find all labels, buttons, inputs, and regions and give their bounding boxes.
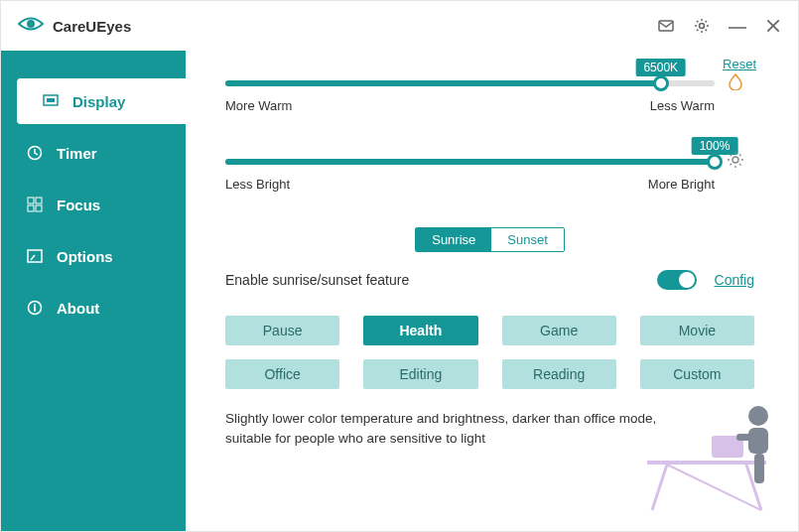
svg-point-18: [748, 406, 768, 426]
sunrise-sunset-segmented: Sunrise Sunset: [225, 227, 754, 252]
display-icon: [43, 93, 59, 109]
enable-feature-row: Enable sunrise/sunset feature Config: [225, 270, 754, 290]
enable-toggle[interactable]: [657, 270, 697, 290]
sidebar-item-display[interactable]: Display: [17, 78, 186, 124]
enable-label: Enable sunrise/sunset feature: [225, 272, 409, 288]
svg-point-0: [27, 20, 35, 28]
slider-thumb[interactable]: [707, 154, 723, 170]
mode-movie[interactable]: Movie: [640, 316, 754, 345]
app-window: CareUEyes Display Timer Focus: [0, 0, 799, 532]
gear-icon[interactable]: [693, 17, 711, 35]
svg-rect-9: [36, 205, 42, 211]
info-icon: [27, 300, 43, 316]
eye-icon: [17, 15, 45, 37]
sidebar-item-label: Options: [57, 248, 113, 265]
close-button[interactable]: [764, 17, 782, 35]
mode-pause[interactable]: Pause: [225, 316, 339, 345]
temp-value-badge: 6500K: [635, 59, 686, 76]
sidebar-item-label: Focus: [57, 197, 100, 213]
color-temp-block: Reset 6500K More Warm Less Warm: [225, 80, 754, 113]
mail-icon[interactable]: [657, 17, 675, 35]
svg-line-16: [667, 465, 761, 510]
temp-left-label: More Warm: [225, 98, 292, 113]
bright-right-label: More Bright: [648, 177, 715, 192]
sidebar-item-about[interactable]: About: [1, 285, 186, 331]
svg-rect-17: [712, 436, 743, 458]
svg-rect-13: [647, 461, 766, 465]
sidebar-item-focus[interactable]: Focus: [1, 182, 186, 227]
brightness-icon: [727, 151, 744, 173]
svg-rect-6: [28, 198, 34, 203]
reset-link[interactable]: Reset: [723, 57, 756, 71]
sunset-tab[interactable]: Sunset: [491, 228, 563, 251]
grid-icon: [27, 197, 43, 212]
sidebar-item-label: Display: [72, 93, 125, 110]
mode-custom[interactable]: Custom: [640, 359, 754, 389]
mode-reading[interactable]: Reading: [502, 359, 616, 389]
brightness-block: 100% Less Bright More Bright: [225, 159, 754, 192]
mode-editing[interactable]: Editing: [363, 359, 477, 389]
mode-office[interactable]: Office: [225, 359, 339, 389]
mode-description: Slightly lower color temperature and bri…: [225, 409, 692, 450]
mode-grid: PauseHealthGameMovieOfficeEditingReading…: [225, 316, 754, 389]
mode-health[interactable]: Health: [363, 316, 477, 345]
color-temp-slider[interactable]: [225, 80, 715, 86]
brightness-slider[interactable]: [225, 159, 715, 165]
svg-line-15: [746, 465, 761, 510]
svg-line-14: [652, 465, 667, 510]
titlebar-actions: [657, 17, 782, 35]
svg-rect-7: [36, 198, 42, 203]
svg-point-12: [732, 157, 738, 163]
slider-thumb[interactable]: [653, 75, 669, 91]
droplet-icon: [727, 72, 744, 94]
content-panel: Reset 6500K More Warm Less Warm 100%: [186, 51, 798, 531]
minimize-button[interactable]: [729, 17, 746, 35]
svg-rect-1: [659, 21, 673, 31]
sidebar-item-options[interactable]: Options: [1, 233, 186, 279]
app-title: CareUEyes: [53, 18, 131, 35]
svg-rect-8: [28, 205, 34, 211]
titlebar: CareUEyes: [1, 1, 798, 51]
config-link[interactable]: Config: [715, 272, 754, 288]
sidebar: Display Timer Focus Options About: [1, 51, 186, 531]
app-logo: CareUEyes: [17, 15, 131, 37]
svg-rect-21: [754, 454, 764, 483]
svg-rect-4: [47, 98, 55, 102]
clock-icon: [27, 145, 43, 161]
mode-game[interactable]: Game: [502, 316, 616, 345]
svg-rect-20: [736, 434, 754, 441]
svg-point-2: [700, 24, 705, 29]
sidebar-item-timer[interactable]: Timer: [1, 130, 186, 176]
options-icon: [27, 248, 43, 264]
svg-rect-19: [748, 428, 768, 454]
sidebar-item-label: Timer: [57, 145, 97, 162]
sunrise-tab[interactable]: Sunrise: [416, 228, 491, 251]
bright-left-label: Less Bright: [225, 177, 290, 192]
sidebar-item-label: About: [57, 300, 99, 317]
temp-right-label: Less Warm: [650, 98, 715, 113]
